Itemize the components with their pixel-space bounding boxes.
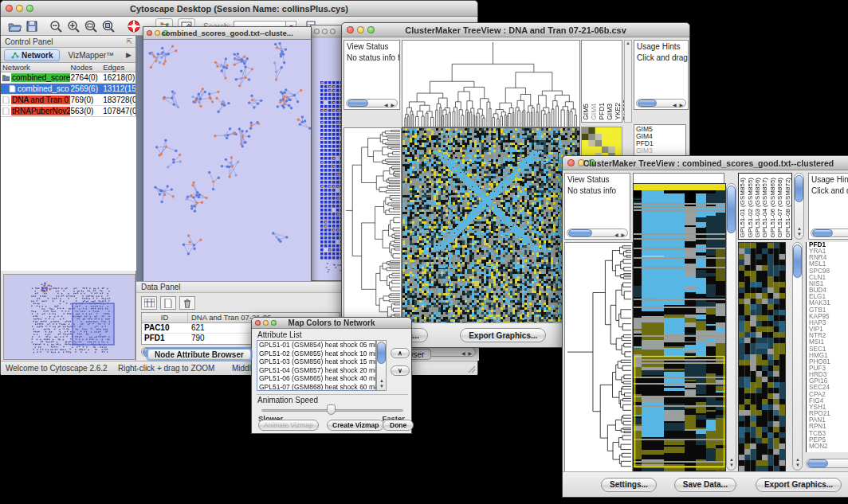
tab-network[interactable]: Network <box>4 49 60 61</box>
float-panel-icon[interactable]: ⇱ <box>126 37 132 45</box>
zoom-button[interactable] <box>330 29 336 34</box>
view-status-hscrollbar[interactable]: ◀ ▶ <box>346 99 398 107</box>
save-data-button[interactable]: Save Data... <box>674 478 736 492</box>
scrollbar-thumb[interactable] <box>377 342 386 364</box>
help-lifebuoy-icon[interactable] <box>125 18 143 34</box>
status-zoom-hint: Right-click + drag to ZOOM <box>118 364 214 373</box>
network-row-trnapuber[interactable]: tRNAPuberNov2+ 563(0) 107847(0) <box>1 106 135 117</box>
network-overview-minimap[interactable] <box>3 274 135 360</box>
col-label[interactable]: YKE2 <box>614 103 622 120</box>
resize-grip[interactable] <box>466 364 476 373</box>
network-view-window-1[interactable]: combined_scores_good.txt--cluste... <box>143 26 312 287</box>
desktop: Cytoscape Desktop (Session Name: collins… <box>0 0 848 504</box>
slider-thumb[interactable] <box>327 404 336 415</box>
col-header[interactable]: GPL51-08 (GSM872) <box>784 178 791 238</box>
move-up-button[interactable]: ∧ <box>391 348 410 358</box>
treeview1-titlebar[interactable]: ClusterMaker TreeView : DNA and Tran 07-… <box>342 23 689 37</box>
attribute-list-label: Attribute List <box>257 330 302 339</box>
col-header[interactable]: GPL51-04 (GSM857) <box>761 178 768 238</box>
attribute-item[interactable]: GPL51-02 (GSM855) heat shock 10 min <box>257 350 375 358</box>
main-titlebar[interactable]: Cytoscape Desktop (Session Name: collins… <box>1 1 477 17</box>
export-graphics-button[interactable]: Export Graphics... <box>460 328 546 342</box>
network-row-combined-sco-selected[interactable]: combined_sco 2569(6) 13112(15) <box>1 84 135 95</box>
treeview2-main-heatmap[interactable] <box>633 183 726 472</box>
dialog-title: Map Colors to Network <box>252 318 411 327</box>
attribute-item[interactable]: GPL51-03 (GSM856) heat shock 15 min <box>257 357 375 366</box>
minimize-button[interactable] <box>322 29 328 34</box>
treeview2-gene-list[interactable]: PFD1YRA1RNR4MSL1SPC98CLN1NIS1BUD4ELG1MAK… <box>806 242 848 452</box>
scrollbar-thumb[interactable] <box>812 229 833 236</box>
view-status-text: No status info <box>565 186 630 197</box>
treeview1-vscroll-lane[interactable]: ▲ <box>624 40 632 123</box>
tab-overflow-arrow[interactable]: ▶ <box>126 51 132 59</box>
cell-id[interactable]: PFD1 <box>142 334 188 344</box>
tab-vizmapper[interactable]: VizMapper™ <box>68 51 114 60</box>
done-button[interactable]: Done <box>383 420 414 431</box>
zoom-in-icon[interactable] <box>65 18 82 34</box>
zoom-out-icon[interactable] <box>47 18 65 34</box>
col-header[interactable]: GPL51-07 (GSM868) <box>776 178 783 238</box>
gene-label[interactable]: MON2 <box>809 443 848 450</box>
treeview2-zoom-vscrollbar[interactable]: ▲▼ <box>792 242 803 471</box>
treeview2-main-vscrollbar[interactable]: ▲▼ <box>726 183 736 471</box>
scrollbar-thumb[interactable] <box>568 229 592 236</box>
cell-id[interactable]: PAC10 <box>142 323 188 333</box>
save-icon[interactable] <box>23 18 41 34</box>
network-canvas[interactable] <box>143 40 311 287</box>
dialog-titlebar[interactable]: Map Colors to Network <box>252 318 411 329</box>
network-table-header[interactable]: Network Nodes Edges <box>1 63 135 72</box>
network-list-empty-area[interactable] <box>1 116 136 271</box>
col-header[interactable]: GPL51-06 (GSM865) <box>769 178 776 238</box>
treeview1-row-dendrogram[interactable] <box>344 127 402 323</box>
close-button[interactable] <box>314 29 320 34</box>
attribute-item[interactable]: GPL51-04 (GSM857) heat shock 20 min <box>257 366 375 375</box>
scrollbar-thumb[interactable] <box>793 244 802 278</box>
create-vizmap-button[interactable]: Create Vizmap <box>327 420 384 431</box>
usage-hints-hscrollbar[interactable] <box>811 229 848 237</box>
scrollbar-thumb[interactable] <box>795 175 803 202</box>
treeview2-headers-vscrollbar[interactable]: ▲▼ <box>794 173 804 240</box>
col-header[interactable]: GPL51-01 (GSM854) <box>739 178 746 238</box>
attribute-item[interactable]: GPL51-01 (GSM854) heat shock 05 min <box>257 341 375 350</box>
scrollbar-arrows[interactable]: ◀ ▶ <box>461 350 473 357</box>
tab-node-attribute-browser[interactable]: Node Attribute Browser <box>147 349 251 360</box>
attribute-item[interactable]: GPL51-07 (GSM868) heat shock 60 min <box>257 383 375 392</box>
zoom-selected-icon[interactable] <box>100 18 117 34</box>
usage-hints-title: Usage Hints <box>634 41 688 53</box>
animation-speed-label: Animation Speed <box>257 396 318 404</box>
delete-attribute-trash-icon[interactable] <box>179 296 195 310</box>
treeview1-global-heatmap[interactable] <box>402 127 580 323</box>
network-row-combined-scores[interactable]: combined_scores 2764(0) 16218(0) <box>1 72 135 84</box>
scrollbar-thumb[interactable] <box>807 459 828 467</box>
attribute-list[interactable]: GPL51-01 (GSM854) heat shock 05 minGPL51… <box>257 340 376 391</box>
treeview1-column-dendrogram[interactable] <box>402 40 580 127</box>
network-row-dna-tran[interactable]: DNA and Tran 07 769(0) 183728(0) <box>1 95 135 106</box>
move-down-button[interactable]: ∨ <box>391 365 410 376</box>
scrollbar-thumb[interactable] <box>727 186 736 233</box>
treeview2-row-dendrogram[interactable] <box>564 242 633 472</box>
attribute-item[interactable]: GPL51-06 (GSM865) heat shock 40 min <box>257 374 375 383</box>
view-status-hscrollbar[interactable]: ◀ ▶ <box>567 229 628 237</box>
attribute-list-vscrollbar[interactable]: ▲▼ <box>376 340 387 391</box>
new-attribute-icon[interactable] <box>160 296 176 310</box>
col-label[interactable]: GIM3 <box>606 104 614 120</box>
treeview2-titlebar[interactable]: ClusterMaker TreeView : combined_scores_… <box>563 156 848 170</box>
select-attributes-icon[interactable] <box>141 296 157 310</box>
control-panel-title: Control Panel <box>5 37 53 46</box>
treeview2-zoom-heatmap[interactable] <box>738 242 786 472</box>
usage-hints-hscrollbar[interactable]: ◀ ▶ <box>636 99 686 107</box>
col-header[interactable]: GPL51-02 (GSM855) <box>747 178 754 238</box>
col-label[interactable]: GIM4 <box>590 104 598 120</box>
scrollbar-thumb[interactable] <box>347 100 368 107</box>
open-folder-icon[interactable] <box>6 18 23 34</box>
col-label[interactable]: GIM5 <box>582 104 590 120</box>
col-label[interactable]: PFD1 <box>598 103 606 120</box>
export-graphics-button[interactable]: Export Graphics... <box>756 478 842 492</box>
treeview2-gene-hscrollbar[interactable] <box>806 459 848 468</box>
treeview2-button-bar: Settings... Save Data... Export Graphics… <box>563 471 848 497</box>
animate-vizmap-button[interactable]: Animate Vizmap <box>258 420 319 431</box>
settings-button[interactable]: Settings... <box>601 478 657 492</box>
col-header[interactable]: GPL51-03 (GSM856) <box>754 178 761 238</box>
zoom-fit-icon[interactable] <box>82 18 100 34</box>
scrollbar-thumb[interactable] <box>638 100 657 107</box>
